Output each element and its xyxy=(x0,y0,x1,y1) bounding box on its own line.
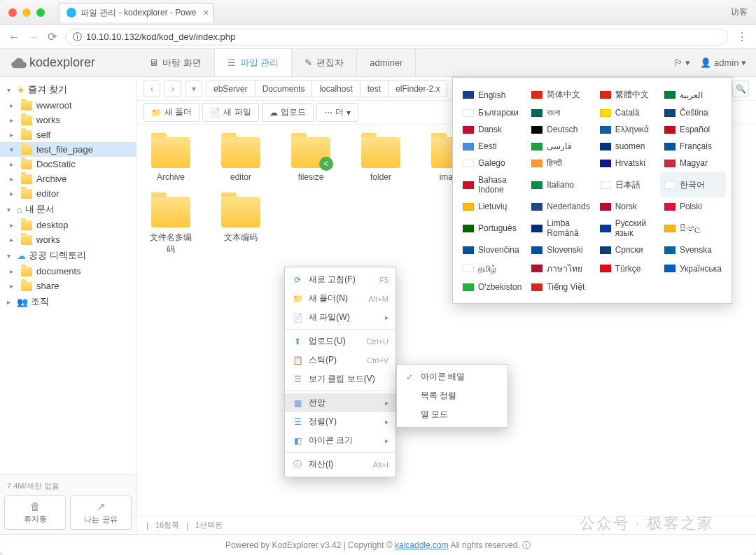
lang-suomen[interactable]: suomen xyxy=(596,139,659,154)
lang-Hrvatski[interactable]: Hrvatski xyxy=(596,155,659,171)
tree-item-documents[interactable]: ▸documents xyxy=(0,264,136,279)
lang-Limba Română[interactable]: Limba Română xyxy=(527,216,594,241)
lang-Català[interactable]: Català xyxy=(596,105,659,120)
new-folder-button[interactable]: 📁 새 폴더 xyxy=(144,103,200,122)
lang-简体中文[interactable]: 简体中文 xyxy=(527,86,594,104)
footer-link[interactable]: kalcaddle.com xyxy=(395,540,449,550)
ctx-new-file[interactable]: 📄새 파일(W)▸ xyxy=(285,308,396,327)
tree-item-share[interactable]: ▸share xyxy=(0,279,136,293)
ctx-refresh[interactable]: ⟳새로 고침(F)F5 xyxy=(285,270,396,289)
ctx-properties[interactable]: ⓘ재산(I)Alt+I xyxy=(285,455,396,474)
lang-Español[interactable]: Español xyxy=(660,122,726,137)
lang-Ελληνικά[interactable]: Ελληνικά xyxy=(596,122,659,137)
tree-item-works[interactable]: ▸works xyxy=(0,232,136,247)
back-button[interactable]: ← xyxy=(8,31,20,43)
file-editor[interactable]: editor xyxy=(216,134,265,187)
forward-button[interactable]: → xyxy=(28,31,39,43)
more-button[interactable]: ⋯ 더 ▾ xyxy=(316,103,358,122)
lang-فارسی[interactable]: فارسی xyxy=(527,139,594,154)
view-icons[interactable]: ✓아이콘 배열 xyxy=(397,367,507,386)
file-文件名多编码[interactable]: 文件名多编码 xyxy=(146,194,195,258)
tree-item-editor[interactable]: ▸editor xyxy=(0,186,136,201)
ctx-sort[interactable]: ☰정렬(Y)▸ xyxy=(285,412,396,431)
lang-العربية[interactable]: العربية xyxy=(660,86,726,104)
lang-Svenska[interactable]: Svenska xyxy=(660,242,726,258)
nav-forward-button[interactable]: › xyxy=(164,80,181,97)
tree-item-works[interactable]: ▸works xyxy=(0,113,136,127)
lang-Polski[interactable]: Polski xyxy=(660,199,726,214)
crumb-localhost[interactable]: localhost xyxy=(312,80,360,97)
close-window-icon[interactable] xyxy=(8,8,17,17)
tree-group-즐겨 찾기[interactable]: ▾★ 즐겨 찾기 xyxy=(0,81,136,98)
nav-history-button[interactable]: ▾ xyxy=(186,80,202,97)
lang-Slovenski[interactable]: Slovenski xyxy=(527,242,594,258)
close-tab-icon[interactable]: × xyxy=(203,7,209,18)
lang-Lietuvių[interactable]: Lietuvių xyxy=(458,199,526,214)
lang-Nederlands[interactable]: Nederlands xyxy=(527,199,594,214)
user-menu[interactable]: 👤 admin ▾ xyxy=(700,57,746,68)
browser-menu-icon[interactable]: ⋮ xyxy=(736,30,748,43)
lang-한국어[interactable]: 한국어 xyxy=(660,172,726,197)
lang-Français[interactable]: Français xyxy=(660,139,726,154)
upload-button[interactable]: ☁ 업로드 xyxy=(262,103,314,122)
lang-English[interactable]: English xyxy=(458,86,526,104)
crumb-ebServer[interactable]: ebServer xyxy=(206,80,255,97)
browser-tab[interactable]: 파일 관리 - kodexplorer - Powe × xyxy=(59,3,214,22)
tab-편집자[interactable]: ✎편집자 xyxy=(292,49,357,76)
file-folder[interactable]: folder xyxy=(356,134,405,187)
lang-Deutsch[interactable]: Deutsch xyxy=(527,122,594,137)
lang-বাংলা[interactable]: বাংলা xyxy=(527,105,594,120)
lang-සිංහල[interactable]: සිංහල xyxy=(660,216,726,241)
lang-தமிழ்[interactable]: தமிழ் xyxy=(458,259,526,278)
lang-Galego[interactable]: Galego xyxy=(458,155,526,171)
file-Archive[interactable]: Archive xyxy=(146,134,195,187)
view-columns[interactable]: 열 모드 xyxy=(397,405,507,424)
trash-button[interactable]: 🗑휴지통 xyxy=(4,496,66,530)
ctx-clipboard[interactable]: ☰보기 클립 보드(V) xyxy=(285,370,396,388)
tree-item-DocStatic[interactable]: ▸DocStatic xyxy=(0,157,136,171)
crumb-elFinder-2.x[interactable]: elFinder-2.x xyxy=(388,80,447,97)
lang-Bahasa Indone[interactable]: Bahasa Indone xyxy=(458,172,526,197)
lang-Русский язык[interactable]: Русский язык xyxy=(596,216,659,241)
minimize-window-icon[interactable] xyxy=(22,8,31,17)
address-field[interactable]: ⓘ 10.10.10.132/kod/kod_dev/index.php xyxy=(65,29,728,45)
lang-Српски[interactable]: Српски xyxy=(596,242,659,258)
lang-हिन्दी[interactable]: हिन्दी xyxy=(527,155,594,171)
tree-item-desktop[interactable]: ▸desktop xyxy=(0,218,136,232)
reload-button[interactable]: ⟳ xyxy=(48,30,57,43)
lang-Slovenčina[interactable]: Slovenčina xyxy=(458,242,526,258)
lang-Magyar[interactable]: Magyar xyxy=(660,155,726,171)
tree-item-wwwroot[interactable]: ▸wwwroot xyxy=(0,98,136,113)
ctx-paste[interactable]: 📋스틱(P)Ctrl+V xyxy=(285,351,396,370)
tree-group-조직[interactable]: ▸👥 조직 xyxy=(0,293,136,310)
lang-Български[interactable]: Български xyxy=(458,105,526,120)
lang-Eesti[interactable]: Eesti xyxy=(458,139,526,154)
lang-Português[interactable]: Português xyxy=(458,216,526,241)
share-button[interactable]: ↗나는 공유 xyxy=(70,496,132,530)
nav-back-button[interactable]: ‹ xyxy=(144,80,160,97)
ctx-icon-size[interactable]: ◧아이콘 크기▸ xyxy=(285,431,396,450)
lang-日本語[interactable]: 日本語 xyxy=(596,172,659,197)
maximize-window-icon[interactable] xyxy=(36,8,45,17)
language-button[interactable]: 🏳 ▾ xyxy=(674,57,691,68)
lang-O'zbekiston[interactable]: O'zbekiston xyxy=(458,279,526,295)
new-file-button[interactable]: 📄 새 파일 xyxy=(202,103,258,122)
crumb-test[interactable]: test xyxy=(360,80,388,97)
tree-item-self[interactable]: ▸self xyxy=(0,127,136,142)
lang-Українська[interactable]: Українська xyxy=(660,259,726,278)
lang-繁體中文[interactable]: 繁體中文 xyxy=(596,86,659,104)
lang-ภาษาไทย[interactable]: ภาษาไทย xyxy=(527,259,594,278)
lang-Türkçe[interactable]: Türkçe xyxy=(596,259,659,278)
lang-Dansk[interactable]: Dansk xyxy=(458,122,526,137)
tab-파일 관리[interactable]: ☰파일 관리 xyxy=(215,49,293,76)
lang-Norsk[interactable]: Norsk xyxy=(596,199,659,214)
ctx-upload[interactable]: ⬆업로드(U)Ctrl+U xyxy=(285,332,396,351)
app-logo[interactable]: kodexplorer xyxy=(0,49,136,76)
ctx-view[interactable]: ▦전망▸ xyxy=(285,393,396,412)
tree-group-공공 디렉토리[interactable]: ▾☁ 공공 디렉토리 xyxy=(0,247,136,264)
lang-Italiano[interactable]: Italiano xyxy=(527,172,594,197)
path-search-button[interactable]: 🔍 xyxy=(732,80,749,97)
tree-item-Archive[interactable]: ▸Archive xyxy=(0,171,136,186)
tab-바탕 화면[interactable]: 🖥바탕 화면 xyxy=(136,49,215,76)
tree-group-내 문서[interactable]: ▾⌂ 내 문서 xyxy=(0,201,136,218)
